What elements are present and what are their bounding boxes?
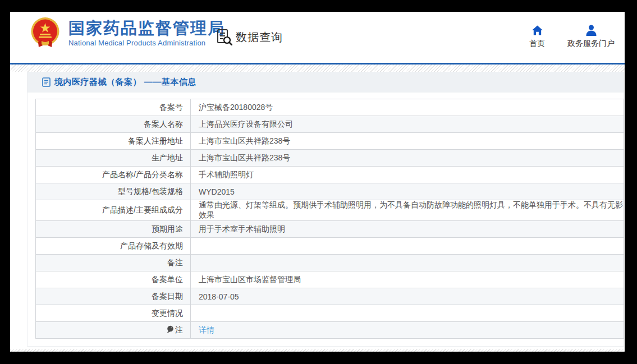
nav-item-portal[interactable]: 政务服务门户: [567, 25, 615, 49]
field-value: 沪宝械备20180028号: [191, 99, 624, 116]
field-label: 产品存储及有效期: [36, 238, 191, 255]
table-row: 产品存储及有效期: [36, 238, 624, 255]
table-row: 生产地址上海市宝山区共祥路238号: [36, 150, 624, 167]
field-label: 备案人注册地址: [36, 133, 191, 150]
table-row: 型号规格/包装规格WYD2015: [36, 183, 624, 200]
field-label: 预期用途: [36, 221, 191, 238]
field-label: 备注: [36, 255, 191, 271]
screenshot-frame: 国家药品监督管理局 National Medical Products Admi…: [0, 0, 637, 364]
data-query-label: 数据查询: [236, 30, 283, 45]
field-label: 产品描述/主要组成成分: [36, 200, 191, 221]
nav-item-home[interactable]: 首页: [529, 25, 545, 49]
site-title-block: 国家药品监督管理局 National Medical Products Admi…: [68, 19, 225, 47]
site-header: 国家药品监督管理局 National Medical Products Admi…: [10, 12, 625, 63]
document-search-icon: [217, 29, 232, 45]
field-label: 备案单位: [36, 271, 191, 288]
field-value: 2018-07-05: [191, 288, 624, 305]
table-row: 注详情: [36, 322, 624, 339]
field-label: 备案人名称: [36, 116, 191, 133]
field-value: 上海市宝山区共祥路238号: [191, 150, 624, 167]
field-label: 产品名称/产品分类名称: [36, 167, 191, 183]
table-row: 备案单位上海市宝山区市场监督管理局: [36, 271, 624, 288]
field-value: 用于手术室手术辅助照明: [191, 221, 624, 238]
table-row: 备案人注册地址上海市宝山区共祥路238号: [36, 133, 624, 150]
table-row: 备案号沪宝械备20180028号: [36, 99, 624, 116]
top-nav: 首页 政务服务门户: [529, 25, 615, 49]
nav-item-portal-label: 政务服务门户: [567, 39, 615, 49]
site-logo[interactable]: 国家药品监督管理局 National Medical Products Admi…: [30, 16, 225, 49]
field-value: WYD2015: [191, 183, 624, 200]
china-national-emblem-icon: [30, 16, 60, 49]
record-table: 备案号沪宝械备20180028号备案人名称上海品兴医疗设备有限公司备案人注册地址…: [35, 99, 624, 339]
table-row: 变更情况: [36, 305, 624, 322]
browser-viewport: 国家药品监督管理局 National Medical Products Admi…: [10, 12, 625, 352]
page-background: 境内医疗器械（备案） ——基本信息 备案号沪宝械备20180028号备案人名称上…: [10, 64, 625, 352]
field-label: 备案日期: [36, 288, 191, 305]
field-value: [191, 238, 624, 255]
table-row: 备案人名称上海品兴医疗设备有限公司: [36, 116, 624, 133]
page-title: 境内医疗器械（备案） ——基本信息: [54, 77, 196, 87]
content-panel: 境内医疗器械（备案） ——基本信息 备案号沪宝械备20180028号备案人名称上…: [10, 72, 625, 349]
document-icon: [42, 77, 51, 87]
field-value: 手术辅助照明灯: [191, 167, 624, 183]
field-value: 上海市宝山区共祥路238号: [191, 133, 624, 150]
note-balloon-icon: [167, 325, 174, 334]
field-value: 上海市宝山区市场监督管理局: [191, 271, 624, 288]
home-icon: [531, 25, 543, 36]
table-row: 预期用途用于手术室手术辅助照明: [36, 221, 624, 238]
table-row: 备注: [36, 255, 624, 271]
record-card: 境内医疗器械（备案） ——基本信息 备案号沪宝械备20180028号备案人名称上…: [27, 72, 624, 347]
person-icon: [585, 25, 597, 36]
data-query-tab[interactable]: 数据查询: [217, 29, 283, 45]
field-value: 通常由光源、灯架等组成。预期供手术辅助照明用，为不具备自动防故障功能的照明灯具，…: [191, 200, 624, 221]
field-value: 上海品兴医疗设备有限公司: [191, 116, 624, 133]
table-row: 备案日期2018-07-05: [36, 288, 624, 305]
field-label: 生产地址: [36, 150, 191, 167]
nav-item-home-label: 首页: [529, 39, 545, 49]
field-label: 型号规格/包装规格: [36, 183, 191, 200]
field-value: [191, 305, 624, 322]
site-title: 国家药品监督管理局: [68, 19, 225, 38]
detail-link[interactable]: 详情: [199, 325, 214, 334]
field-label: 变更情况: [36, 305, 191, 322]
field-value: 详情: [191, 322, 624, 339]
table-row: 产品名称/产品分类名称手术辅助照明灯: [36, 167, 624, 183]
field-value: [191, 255, 624, 271]
field-label: 注: [36, 322, 191, 339]
record-titlebar: 境内医疗器械（备案） ——基本信息: [28, 72, 624, 93]
table-row: 产品描述/主要组成成分通常由光源、灯架等组成。预期供手术辅助照明用，为不具备自动…: [36, 200, 624, 221]
field-label: 备案号: [36, 99, 191, 116]
site-subtitle: National Medical Products Administration: [68, 39, 225, 47]
